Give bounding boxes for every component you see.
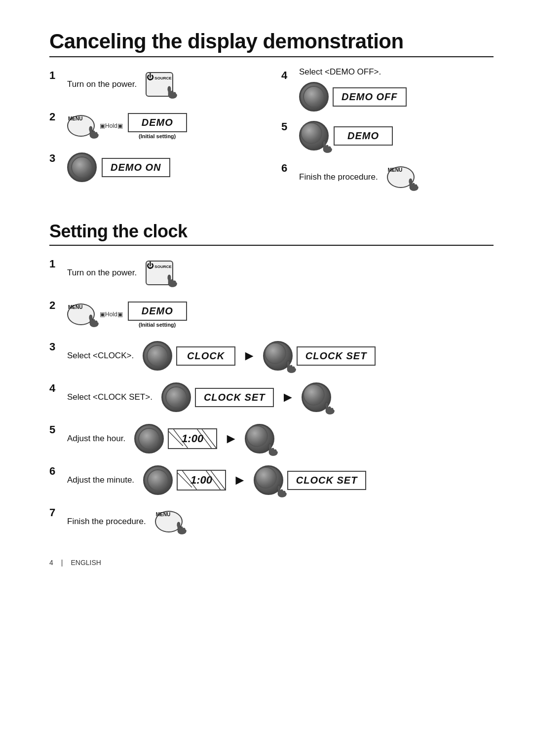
- time-display-5: 1:00: [168, 428, 217, 449]
- clock-step-num-7: 7: [49, 504, 63, 519]
- clock-step-4: 4 Select <CLOCK SET>. CLOCK SET ►: [49, 380, 494, 415]
- clock-step2-content: MENU ▣Hold▣ DEMO (Initial setting): [67, 302, 494, 328]
- clock-step-num-6: 6: [49, 463, 63, 478]
- step-6: 6 Finish the procedure. MENU: [281, 160, 494, 194]
- svg-line-3: [202, 429, 216, 448]
- clock-step3-items: CLOCK ► CLOCK SET: [143, 341, 376, 371]
- knob-3[interactable]: [67, 152, 97, 182]
- step4-text: Select <DEMO OFF>.: [299, 67, 381, 77]
- clock-step6-text: Adjust the minute.: [67, 475, 134, 485]
- clock-step-1: 1 Turn on the power. ⏻ SOURCE: [49, 256, 494, 290]
- divider1: [49, 56, 494, 57]
- finger-icon-c5: [265, 442, 278, 456]
- section1-title: Canceling the display demonstration: [49, 30, 494, 53]
- step-num-6: 6: [281, 160, 295, 175]
- demo-display-5: DEMO: [334, 126, 393, 146]
- clock-step-7: 7 Finish the procedure. MENU: [49, 504, 494, 539]
- clock-step-2: 2 MENU ▣Hold▣ DEMO (Initial setting): [49, 297, 494, 332]
- clockset-display-3: CLOCK SET: [297, 346, 376, 366]
- clock-initial-setting: (Initial setting): [139, 322, 176, 328]
- finger-icon: [164, 85, 177, 99]
- finger-icon-c3: [283, 359, 296, 373]
- clock-demo-display: DEMO: [128, 302, 187, 321]
- clock-step-6: 6 Adjust the minute. 1:00 ►: [49, 463, 494, 497]
- clock-step3-text: Select <CLOCK>.: [67, 351, 134, 361]
- clock-step1-text: Turn on the power.: [67, 268, 137, 278]
- knob-clock-4b[interactable]: [302, 382, 331, 412]
- svg-line-7: [211, 471, 225, 490]
- step4-items: DEMO OFF: [299, 82, 407, 112]
- clock-step7-content: Finish the procedure. MENU: [67, 511, 494, 532]
- clockset-display-6: CLOCK SET: [287, 471, 367, 490]
- section-demo: Canceling the display demonstration 1 Tu…: [49, 30, 494, 201]
- knob-4[interactable]: [299, 82, 329, 112]
- clockset-display-4: CLOCK SET: [195, 388, 274, 407]
- clock-step6-content: Adjust the minute. 1:00 ►: [67, 465, 494, 495]
- menu-button[interactable]: MENU: [67, 115, 95, 137]
- clock-step-num-2: 2: [49, 297, 63, 312]
- clock-menu-button[interactable]: MENU: [67, 303, 95, 325]
- clock-step-num-4: 4: [49, 380, 63, 395]
- step-num-1: 1: [49, 67, 63, 82]
- step-4: 4 Select <DEMO OFF>. DEMO OFF: [281, 67, 494, 112]
- step-num-2: 2: [49, 109, 63, 123]
- knob-clock-6a[interactable]: [143, 465, 173, 495]
- clock-step4-text: Select <CLOCK SET>.: [67, 392, 152, 402]
- demo-left-col: 1 Turn on the power. ⏻ SOURCE 2: [49, 67, 262, 201]
- clock-menu-button-7[interactable]: MENU: [155, 511, 183, 532]
- step-num-3: 3: [49, 150, 63, 165]
- step6-text: Finish the procedure.: [299, 172, 378, 182]
- finger-icon-6: [406, 177, 419, 191]
- demo-right-col: 4 Select <DEMO OFF>. DEMO OFF 5: [281, 67, 494, 201]
- clock-step5-text: Adjust the hour.: [67, 434, 125, 444]
- knob-clock-3a[interactable]: [143, 341, 172, 371]
- demo-display-wrap: DEMO (Initial setting): [128, 113, 187, 139]
- finger-icon-c7: [174, 521, 187, 534]
- demooff-display: DEMO OFF: [333, 87, 407, 107]
- knob-inner-3: [71, 156, 93, 178]
- knob-clock-6b[interactable]: [254, 465, 283, 495]
- hold-text: ▣Hold▣: [100, 122, 123, 129]
- knob-clock-5a[interactable]: [134, 424, 164, 454]
- section2-title: Setting the clock: [49, 221, 494, 242]
- clock-step7-text: Finish the procedure.: [67, 517, 146, 527]
- step3-content: DEMO ON: [67, 152, 262, 182]
- step-2: 2 MENU ▣Hold▣ DEMO (Initial setting): [49, 109, 262, 143]
- step1-content: Turn on the power. ⏻ SOURCE: [67, 72, 262, 97]
- step-5: 5 DEMO: [281, 118, 494, 153]
- step6-content: Finish the procedure. MENU: [299, 166, 494, 188]
- demoon-display: DEMO ON: [102, 158, 170, 177]
- step4-content: Select <DEMO OFF>. DEMO OFF: [299, 67, 494, 112]
- clock-demo-wrap: DEMO (Initial setting): [128, 302, 187, 328]
- page-lang: ENGLISH: [71, 559, 101, 567]
- demo-display: DEMO: [128, 113, 187, 132]
- finger-icon-c4: [322, 401, 335, 415]
- clock-step4-content: Select <CLOCK SET>. CLOCK SET ►: [67, 382, 494, 412]
- svg-line-4: [178, 473, 192, 487]
- step5-content: DEMO: [299, 121, 494, 151]
- arrow-4: ►: [281, 389, 295, 405]
- arrow-6: ►: [233, 472, 247, 488]
- clock-step5-content: Adjust the hour. 1:00 ►: [67, 424, 494, 454]
- clock-step-num-5: 5: [49, 421, 63, 436]
- menu-button-6[interactable]: MENU: [387, 166, 415, 188]
- section-clock: Setting the clock 1 Turn on the power. ⏻…: [49, 221, 494, 539]
- source-button[interactable]: ⏻ SOURCE: [146, 72, 173, 97]
- finger-icon-2: [86, 125, 99, 139]
- knob-clock-3b[interactable]: [263, 341, 293, 371]
- step-num-5: 5: [281, 118, 295, 133]
- knob-clock-5b[interactable]: [245, 424, 274, 454]
- finger-icon-5: [319, 139, 332, 153]
- clock-step6-items: 1:00 ► CLOCK SET: [143, 465, 366, 495]
- clock-step-3: 3 Select <CLOCK>. CLOCK ► CLOCK SET: [49, 339, 494, 373]
- clock-step-num-1: 1: [49, 256, 63, 270]
- knob-clock-4a[interactable]: [161, 382, 191, 412]
- knob-5[interactable]: [299, 121, 329, 151]
- clock-step5-items: 1:00 ►: [134, 424, 274, 454]
- arrow-3: ►: [242, 348, 256, 364]
- step-3: 3 DEMO ON: [49, 150, 262, 185]
- clock-step4-items: CLOCK SET ►: [161, 382, 331, 412]
- clock-source-button[interactable]: ⏻ SOURCE: [146, 261, 173, 285]
- footer-pipe: |: [61, 559, 63, 567]
- arrow-5: ►: [224, 431, 238, 447]
